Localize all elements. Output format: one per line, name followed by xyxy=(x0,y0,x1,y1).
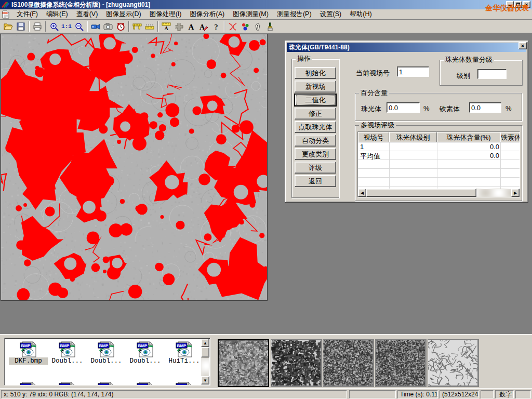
current-field-input[interactable] xyxy=(397,66,429,77)
percent-group-label: 百分含量 xyxy=(359,89,389,97)
close-button[interactable]: × xyxy=(523,1,530,8)
toolbar-separator xyxy=(224,21,225,32)
text-annotate-button[interactable]: A xyxy=(197,21,210,32)
grade-button[interactable]: 评级 xyxy=(295,162,336,174)
document-icon[interactable]: DOC xyxy=(2,10,10,19)
menu-image-display[interactable]: 图像显示(D) xyxy=(102,9,145,20)
pearlite-dialog: 珠光体(GB/T9441-88) × 操作 初始化 新视场 二值化 修正 点取珠… xyxy=(285,41,528,203)
pick-pearlite-button[interactable]: 点取珠光体 xyxy=(295,121,336,133)
col-pearlite-grade[interactable]: 珠光体级别 xyxy=(389,132,437,142)
restore-button[interactable] xyxy=(514,1,522,8)
col-ferrite-content[interactable]: 铁素体含量(%) xyxy=(500,132,520,142)
table-body[interactable]: 1 0.0 平均值 0.0 xyxy=(358,142,520,189)
file-item[interactable]: Doubl... xyxy=(126,339,165,365)
file-item[interactable] xyxy=(126,380,165,385)
menu-image-measure[interactable]: 图像测量(M) xyxy=(229,9,273,20)
thumbnail-specimen-1[interactable] xyxy=(218,339,269,387)
file-browser: DKF.bmp Doubl... Doubl... Doubl... HuiTi… xyxy=(4,338,210,385)
return-button[interactable]: 返回 xyxy=(295,175,336,187)
menu-file[interactable]: 文件(F) xyxy=(12,9,42,20)
bmp-file-icon xyxy=(137,381,154,385)
menu-edit[interactable]: 编辑(E) xyxy=(42,9,72,20)
multi-field-table[interactable]: 视场号 珠光体级别 珠光体含量(%) 铁素体含量(%) 1 0.0 平均值 0.… xyxy=(357,131,520,197)
new-field-button[interactable]: 新视场 xyxy=(295,81,336,92)
actual-size-button[interactable]: 1:1 xyxy=(60,21,73,32)
file-name: Doubl... xyxy=(87,357,126,365)
phase-classify-button[interactable] xyxy=(239,21,251,32)
thumbnail-specimen-3[interactable] xyxy=(323,339,374,387)
camera-capture-button[interactable] xyxy=(102,21,114,32)
measure-scale-button[interactable]: A xyxy=(160,21,172,32)
level-input[interactable] xyxy=(477,69,507,79)
file-item[interactable] xyxy=(87,380,126,385)
minimize-button[interactable] xyxy=(506,1,514,8)
ferrite-percent-sign: % xyxy=(506,104,512,112)
curve-tool-button[interactable] xyxy=(227,21,239,32)
file-item[interactable] xyxy=(165,380,204,385)
scroll-down-icon[interactable]: ▼ xyxy=(201,376,209,384)
menu-image-process[interactable]: 图像处理(I) xyxy=(145,9,186,20)
scrollbar-thumb[interactable] xyxy=(366,189,476,197)
pearlite-percent-input[interactable] xyxy=(387,102,420,113)
save-button[interactable] xyxy=(15,21,27,32)
video-capture-button[interactable] xyxy=(89,21,102,32)
text-label-button[interactable]: A xyxy=(185,21,197,32)
open-button[interactable] xyxy=(2,21,15,32)
metallographic-image-binarized[interactable] xyxy=(1,34,267,300)
dialog-close-icon[interactable]: × xyxy=(518,42,527,49)
init-button[interactable]: 初始化 xyxy=(295,67,336,79)
auto-classify-button[interactable]: 自动分类 xyxy=(295,135,336,147)
column-divider xyxy=(389,142,390,189)
menu-measure-report[interactable]: 测量报告(P) xyxy=(273,9,316,20)
image-merge-button[interactable] xyxy=(172,21,185,32)
paint-brush-button[interactable] xyxy=(264,21,276,32)
print-button[interactable] xyxy=(31,21,44,32)
menu-help[interactable]: 帮助(H) xyxy=(345,9,376,20)
col-pearlite-content[interactable]: 珠光体含量(%) xyxy=(437,132,500,142)
menu-settings[interactable]: 设置(S) xyxy=(316,9,346,20)
caliper-button[interactable] xyxy=(131,21,143,32)
ferrite-label: 铁素体 xyxy=(440,104,460,114)
toolbar-separator xyxy=(45,21,46,32)
menu-bar: DOC 文件(F) 编辑(E) 查看(V) 图像显示(D) 图像处理(I) 图像… xyxy=(0,9,532,20)
table-horizontal-scrollbar[interactable]: ◀ ▶ xyxy=(358,189,520,197)
bmp-file-icon xyxy=(59,381,76,385)
binarize-button[interactable]: 二值化 xyxy=(295,94,336,106)
timer-button[interactable] xyxy=(114,21,127,32)
title-bar: IS100显微摄像系统(金相分析版) - [zhuguangti01] × xyxy=(0,0,532,9)
thumbnail-specimen-5[interactable] xyxy=(428,339,479,387)
file-item[interactable]: Doubl... xyxy=(87,339,126,365)
curve-x-icon xyxy=(228,22,237,31)
file-scrollbar[interactable]: ▲ ▼ xyxy=(201,339,209,384)
ferrite-percent-input[interactable] xyxy=(469,102,501,113)
file-item[interactable] xyxy=(9,380,48,385)
actual-size-icon: 1:1 xyxy=(61,23,72,30)
zoom-in-button[interactable] xyxy=(48,21,60,32)
scroll-right-icon[interactable]: ▶ xyxy=(511,189,520,197)
row1-pearlite-content: 0.0 xyxy=(390,143,499,151)
menu-view[interactable]: 查看(V) xyxy=(72,9,102,20)
bmp-file-icon xyxy=(137,341,154,357)
col-field-number[interactable]: 视场号 xyxy=(358,132,389,142)
caliper-icon xyxy=(132,22,142,31)
file-item[interactable]: DKF.bmp xyxy=(9,339,48,365)
toolbar: 1:1 A A A ? xyxy=(0,20,532,33)
scrollbar-thumb[interactable] xyxy=(201,347,209,357)
menu-image-analysis[interactable]: 图像分析(A) xyxy=(185,9,229,20)
empty-panel xyxy=(515,390,531,398)
zoom-out-button[interactable] xyxy=(73,21,85,32)
change-class-button[interactable]: 更改类别 xyxy=(295,148,336,160)
file-item[interactable]: Doubl... xyxy=(48,339,87,365)
scroll-up-icon[interactable]: ▲ xyxy=(201,339,209,347)
thumbnail-specimen-2[interactable] xyxy=(271,339,322,387)
ink-pen-button[interactable] xyxy=(251,21,264,32)
file-item[interactable] xyxy=(48,380,87,385)
toolbar-separator xyxy=(128,21,129,32)
help-button[interactable]: ? xyxy=(210,21,222,32)
correct-button[interactable]: 修正 xyxy=(295,108,336,119)
ruler-button[interactable] xyxy=(143,21,156,32)
window-title: IS100显微摄像系统(金相分析版) - [zhuguangti01] xyxy=(11,1,150,9)
scroll-left-icon[interactable]: ◀ xyxy=(358,189,366,197)
file-item[interactable]: HuiTi... xyxy=(165,339,204,365)
thumbnail-specimen-4[interactable] xyxy=(375,339,427,387)
